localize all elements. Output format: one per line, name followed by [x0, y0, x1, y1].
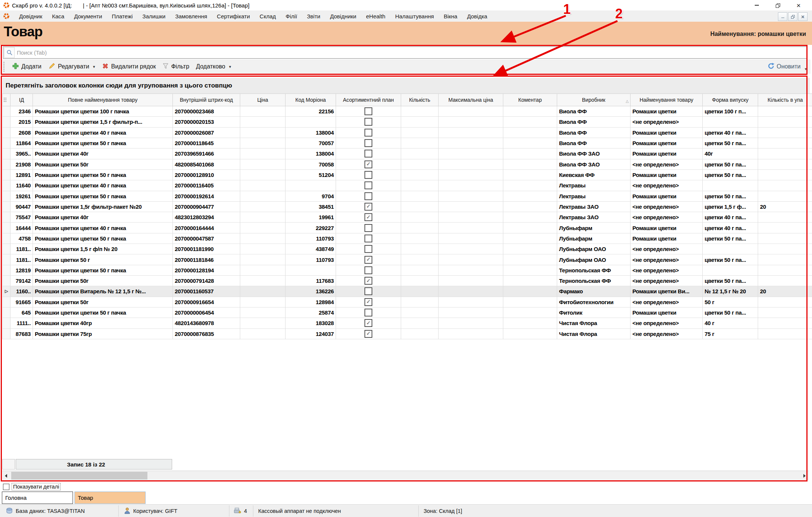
column-header[interactable]: Повне найменування товару [33, 94, 173, 106]
column-header[interactable]: ІД [10, 94, 33, 106]
menu-item[interactable]: Каса [47, 13, 69, 19]
mdi-close-button[interactable]: × [798, 12, 808, 21]
table-row[interactable]: 12891Ромашки цветки цветки 50 г пачка207… [2, 170, 812, 180]
assortment-plan-checkbox[interactable] [364, 298, 372, 306]
assortment-plan-checkbox[interactable] [364, 287, 372, 295]
column-header[interactable]: Внутрішній штрих-код [173, 94, 240, 106]
search-input[interactable] [15, 47, 807, 58]
assortment-plan-checkbox[interactable] [364, 213, 372, 221]
add-button[interactable]: Додати [9, 61, 45, 73]
assortment-plan-checkbox[interactable] [364, 192, 372, 200]
toolbar-overflow-icon[interactable]: ▾ [805, 67, 807, 71]
groupby-drop-zone[interactable]: Перетягніть заголовок колонки сюди для у… [2, 78, 810, 94]
menu-item[interactable]: Склад [255, 13, 281, 19]
table-row[interactable]: 11864Ромашки цветки цветки 50 г пачка207… [2, 138, 812, 149]
table-row[interactable]: 75547Ромашки цветки 40г48230128032941996… [2, 212, 812, 223]
assortment-plan-checkbox[interactable] [364, 266, 372, 274]
column-header[interactable]: Ціна [240, 94, 286, 106]
table-row[interactable]: 2608Ромашки цветки цветки 40 г пачка2070… [2, 128, 812, 138]
table-row[interactable]: 12819Ромашки цветки цветки 50 г пачка207… [2, 265, 812, 276]
assortment-plan-checkbox[interactable] [364, 107, 372, 115]
assortment-plan-checkbox[interactable] [364, 139, 372, 147]
minimize-button[interactable] [746, 0, 767, 10]
scroll-right-button[interactable] [800, 471, 809, 480]
table-row[interactable]: 645Ромашки цветки цветки 50 г пачка20700… [2, 308, 812, 318]
mdi-restore-button[interactable] [788, 12, 797, 21]
column-header[interactable]: Код Моріона [286, 94, 336, 106]
close-button[interactable]: × [788, 0, 809, 10]
assortment-plan-checkbox[interactable] [364, 171, 372, 179]
column-header[interactable]: Найменування товару [631, 94, 703, 106]
assortment-plan-checkbox[interactable] [364, 235, 372, 242]
show-details-toggle[interactable]: Показувати деталі [3, 482, 61, 491]
table-row[interactable]: 1181..Ромашки цветки 1,5 г ф/п № 2020700… [2, 244, 812, 254]
edit-button[interactable]: Редагувати [45, 61, 98, 73]
table-row[interactable]: 1181..Ромашки цветки 50 г207000118184611… [2, 254, 812, 265]
table-row[interactable]: 21908Ромашки цветки 50г48200854010687005… [2, 159, 812, 170]
menu-item[interactable]: Довідник [14, 13, 47, 19]
menu-item[interactable]: Налаштування [390, 13, 439, 19]
table-row[interactable]: 2015Ромашки цветки цветки 1,5 г фильтр-п… [2, 117, 812, 127]
mdi-restore-icon [791, 15, 794, 18]
table-row[interactable]: 2346Ромашки цветки цветки 100 г пачка207… [2, 106, 812, 117]
assortment-plan-checkbox[interactable] [364, 118, 372, 126]
assortment-plan-checkbox[interactable] [364, 160, 372, 168]
assortment-plan-checkbox[interactable] [364, 319, 372, 327]
table-row[interactable]: 4758Ромашки цветки цветки 50 г пачка2070… [2, 233, 812, 244]
table-row[interactable]: 11640Ромашки цветки цветки 40 г пачка207… [2, 180, 812, 191]
assortment-plan-checkbox[interactable] [364, 245, 372, 253]
menu-item[interactable]: Вікна [439, 13, 463, 19]
assortment-plan-checkbox[interactable] [364, 203, 372, 211]
table-row[interactable]: 1160..Ромашки цветки Витарель № 12 1,5 г… [2, 286, 812, 297]
column-header[interactable]: Форма випуску [703, 94, 758, 106]
table-row[interactable]: 16444Ромашки цветки цветки 40 г пачка207… [2, 223, 812, 233]
refresh-button[interactable]: Оновити [764, 61, 804, 73]
table-row[interactable]: 90447Ромашки цветки 1,5г фильтр-пакет №2… [2, 202, 812, 212]
menu-item[interactable]: Документи [69, 13, 107, 19]
column-header[interactable]: Коментар [503, 94, 557, 106]
assortment-plan-checkbox[interactable] [364, 330, 372, 338]
table-row[interactable]: 19261Ромашки цветки цветки 50 г пачка207… [2, 191, 812, 202]
horizontal-scrollbar[interactable] [1, 471, 809, 480]
assortment-plan-checkbox[interactable] [364, 150, 372, 157]
filter-button[interactable]: Фільтр [159, 61, 192, 72]
column-header[interactable]: Асортиментний план [336, 94, 401, 106]
cell-id: 4758 [10, 233, 33, 244]
menu-item[interactable]: Звіти [302, 13, 325, 19]
menu-item[interactable]: Замовлення [170, 13, 212, 19]
cell-name: Ромашки цветки цветки 40 г пачка [33, 180, 173, 191]
assortment-plan-checkbox[interactable] [364, 256, 372, 264]
table-row[interactable]: 79142Ромашки цветки 50г20700007914281176… [2, 276, 812, 286]
table-row[interactable]: 3965..Ромашки цветки 40г2070396591466138… [2, 149, 812, 159]
menu-item[interactable]: Філії [281, 13, 302, 19]
delete-row-button[interactable]: Видалити рядок [98, 61, 159, 73]
more-button[interactable]: Додатково [193, 62, 235, 71]
scrollbar-thumb[interactable] [11, 472, 147, 480]
tab-home[interactable]: Головна [2, 492, 73, 504]
menu-item[interactable]: Платежі [107, 13, 138, 19]
assortment-plan-checkbox[interactable] [364, 277, 372, 285]
tab-tovar[interactable]: Товар [74, 492, 146, 504]
toolbar-grip[interactable] [3, 61, 5, 72]
table-row[interactable]: 91665Ромашки цветки 50г20700009166541289… [2, 297, 812, 308]
mdi-minimize-button[interactable] [778, 12, 787, 21]
assortment-plan-checkbox[interactable] [364, 309, 372, 316]
scroll-left-button[interactable] [1, 471, 10, 480]
menu-item[interactable]: Довідка [462, 13, 492, 19]
menu-item[interactable]: Довідники [325, 13, 361, 19]
assortment-plan-checkbox[interactable] [364, 224, 372, 232]
column-header[interactable]: Кількість [401, 94, 439, 106]
menu-item[interactable]: Залишки [138, 13, 171, 19]
restore-button[interactable] [767, 0, 788, 10]
cell-pack: 20 [758, 202, 812, 212]
menu-item[interactable]: Сертифікати [212, 13, 255, 19]
assortment-plan-checkbox[interactable] [364, 129, 372, 137]
assortment-plan-checkbox[interactable] [364, 181, 372, 189]
table-row[interactable]: 1111..Ромашки цветки 40гр482014368097818… [2, 318, 812, 328]
column-header[interactable]: Кількість в упа [758, 94, 812, 106]
column-header[interactable]: Максимальна ціна [439, 94, 503, 106]
menu-item[interactable]: eHealth [361, 13, 390, 19]
column-header[interactable]: Виробник [557, 94, 631, 106]
show-details-checkbox[interactable] [3, 484, 9, 490]
table-row[interactable]: 87683Ромашки цветки 75гр2070000876835124… [2, 329, 812, 339]
